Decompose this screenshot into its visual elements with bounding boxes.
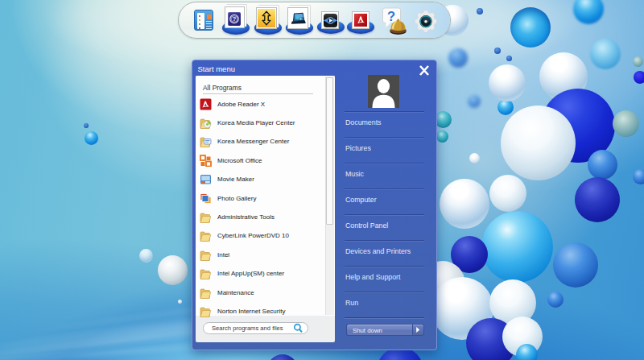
svg-text:?: ? [387,9,395,23]
svg-text:?: ? [233,15,237,23]
